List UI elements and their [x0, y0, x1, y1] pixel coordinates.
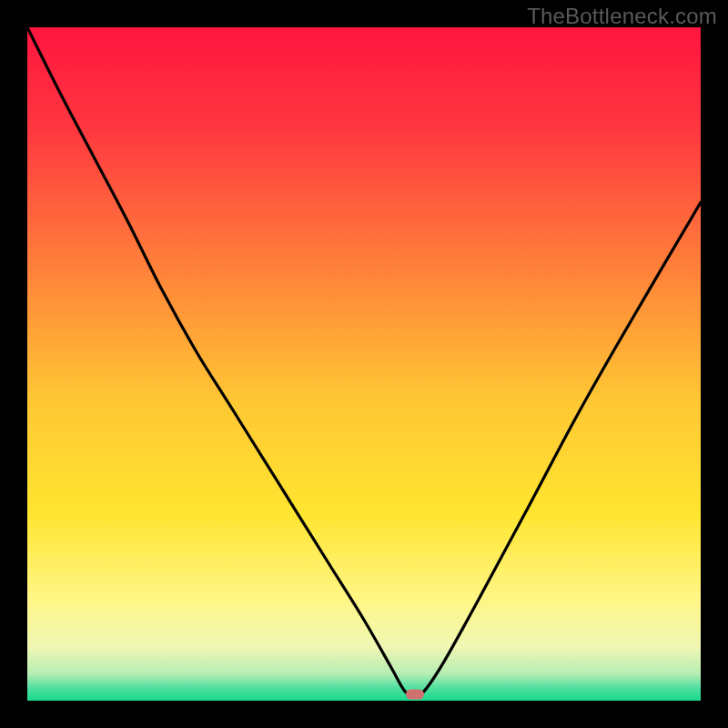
- curve-layer: [27, 27, 701, 701]
- plot-area: [27, 27, 701, 701]
- watermark-label: TheBottleneck.com: [527, 4, 717, 29]
- bottleneck-curve: [27, 27, 701, 696]
- chart-frame: TheBottleneck.com: [0, 0, 728, 728]
- optimal-marker: [406, 690, 424, 700]
